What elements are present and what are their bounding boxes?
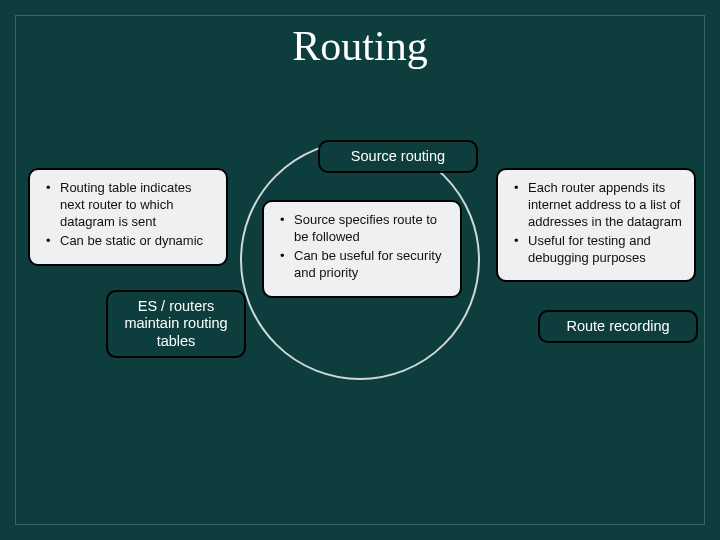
list-item: Can be static or dynamic <box>50 233 214 250</box>
card-route-recording: Each router appends its internet address… <box>496 168 696 282</box>
card-list: Each router appends its internet address… <box>518 180 682 266</box>
card-list: Routing table indicates next router to w… <box>50 180 214 250</box>
label-routing-tables: ES / routers maintain routing tables <box>106 290 246 358</box>
diagram-stage: Routing table indicates next router to w… <box>28 120 692 400</box>
card-routing-tables: Routing table indicates next router to w… <box>28 168 228 266</box>
list-item: Can be useful for security and priority <box>284 248 448 282</box>
list-item: Routing table indicates next router to w… <box>50 180 214 231</box>
label-route-recording: Route recording <box>538 310 698 343</box>
card-list: Source specifies route to be followed Ca… <box>284 212 448 282</box>
card-source-routing: Source specifies route to be followed Ca… <box>262 200 462 298</box>
list-item: Useful for testing and debugging purpose… <box>518 233 682 267</box>
slide-title: Routing <box>0 22 720 70</box>
label-source-routing: Source routing <box>318 140 478 173</box>
list-item: Each router appends its internet address… <box>518 180 682 231</box>
list-item: Source specifies route to be followed <box>284 212 448 246</box>
